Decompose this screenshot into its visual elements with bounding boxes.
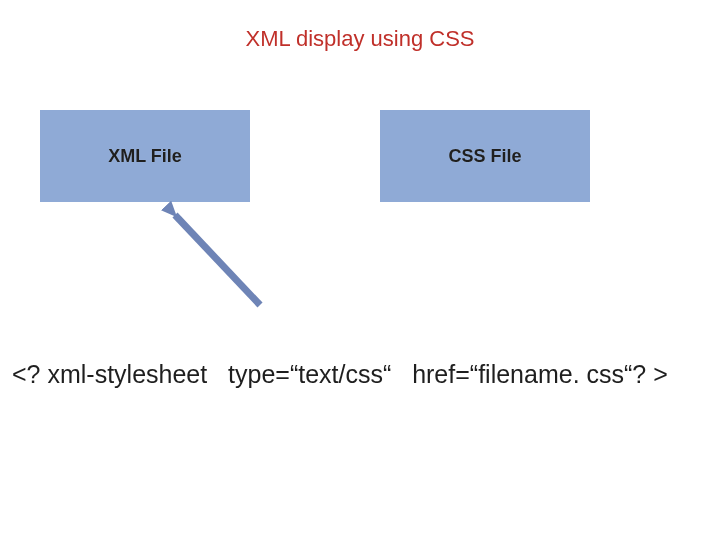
slide-title: XML display using CSS (0, 26, 720, 52)
css-file-label: CSS File (448, 146, 521, 167)
arrow-icon (0, 0, 720, 540)
xml-file-box: XML File (40, 110, 250, 202)
xml-file-label: XML File (108, 146, 182, 167)
svg-line-1 (175, 215, 260, 305)
css-file-box: CSS File (380, 110, 590, 202)
xml-stylesheet-instruction: <? xml-stylesheet type=“text/css“ href=“… (12, 360, 668, 389)
